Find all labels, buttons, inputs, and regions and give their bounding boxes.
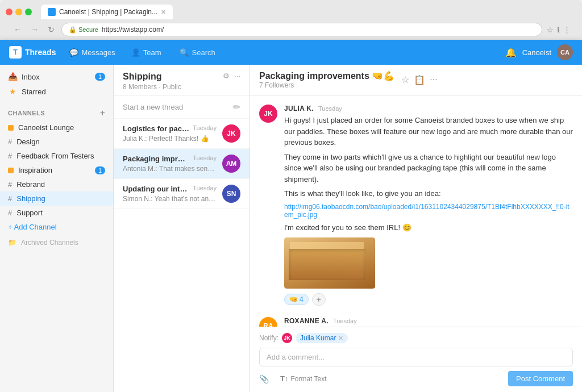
sidebar-item-support[interactable]: # Support xyxy=(0,206,113,220)
archive-icon: 📁 xyxy=(8,239,16,247)
thread-settings-icon[interactable]: ⚙ xyxy=(223,72,230,80)
thread-avatar-antonia: AM xyxy=(222,155,240,173)
add-reaction-button[interactable]: + xyxy=(312,293,326,306)
message-panel: Packaging improvements 🤜💪 7 Followers ☆ … xyxy=(250,65,582,392)
search-placeholder: Search xyxy=(192,48,215,57)
sidebar-item-feedback[interactable]: # Feedback From Testers xyxy=(0,149,113,163)
notify-tag-remove-button[interactable]: ✕ xyxy=(338,335,343,342)
reply-toolbar: 📎 T↑ Format Text Post Comment xyxy=(259,371,573,386)
channel-label-inspiration: Inspiration xyxy=(18,166,90,174)
thread-more-icon[interactable]: ··· xyxy=(234,72,240,80)
message-link[interactable]: http://img06.taobaocdn.com/bao/uploaded/… xyxy=(284,203,573,219)
notify-user-name: Julia Kumar xyxy=(300,334,336,342)
hash-icon: # xyxy=(8,152,12,160)
bookmark-icon[interactable]: 📋 xyxy=(414,74,425,85)
search-bar[interactable]: 🔍 Search xyxy=(173,45,222,60)
format-label: Format Text xyxy=(290,375,326,383)
brand: T Threads xyxy=(9,46,56,59)
thread-item-packaging[interactable]: Packaging improvements 🤜💪 Tuesday Antoni… xyxy=(114,149,250,179)
secure-badge: 🔒 Secure xyxy=(69,26,98,34)
new-thread-button[interactable]: Start a new thread ✏ xyxy=(114,96,250,119)
thread-title-row: Packaging improvements 🤜💪 Tuesday xyxy=(123,155,217,163)
nav-item-team[interactable]: 👤 Team xyxy=(124,45,168,60)
tab-favicon xyxy=(48,8,56,16)
channel-label-rebrand: Rebrand xyxy=(16,180,105,189)
star-thread-icon[interactable]: ☆ xyxy=(401,74,409,85)
post-comment-button[interactable]: Post Comment xyxy=(508,371,573,386)
channels-label: CHANNELS xyxy=(8,110,100,116)
messages-icon: 💬 xyxy=(69,48,78,57)
comment-input[interactable]: Add a comment... xyxy=(259,348,573,366)
thread-list: Shipping 8 Members · Public ⚙ ··· Start … xyxy=(114,65,250,392)
nav-item-messages[interactable]: 💬 Messages xyxy=(63,45,122,60)
menu-icon[interactable]: ⋮ xyxy=(563,26,571,34)
message-roxanne: RA ROXANNE A. Tuesday Yay! This is great… xyxy=(259,317,573,327)
tab-close-button[interactable]: ✕ xyxy=(161,9,166,16)
sidebar-item-shipping[interactable]: # Shipping xyxy=(0,191,113,206)
more-options-icon[interactable]: ··· xyxy=(430,74,437,85)
message-panel-header: Packaging improvements 🤜💪 7 Followers ☆ … xyxy=(250,65,582,95)
star-icon[interactable]: ☆ xyxy=(547,26,554,34)
tab-title: Canoeist | Shipping | Packagin... xyxy=(59,8,157,16)
forward-button[interactable]: → xyxy=(28,24,41,35)
hash-icon: # xyxy=(8,208,12,217)
message-author-row: ROXANNE A. Tuesday xyxy=(284,317,573,325)
thread-title: Packaging improvements 🤜💪 xyxy=(123,155,189,163)
notification-bell-icon[interactable]: 🔔 xyxy=(505,47,517,58)
comment-placeholder: Add a comment... xyxy=(267,353,325,361)
thread-list-actions: ⚙ ··· xyxy=(223,72,240,80)
notify-user-avatar: JK xyxy=(282,333,292,343)
thread-item-updating[interactable]: Updating our international shipping po..… xyxy=(114,179,250,209)
thread-info-updating: Updating our international shipping po..… xyxy=(123,185,217,203)
sidebar-item-inspiration[interactable]: Inspiration 1 xyxy=(0,163,113,177)
back-button[interactable]: ← xyxy=(11,24,24,35)
minimize-dot[interactable] xyxy=(15,9,22,15)
thread-item-logistics[interactable]: Logistics for packaging paddles Tuesday … xyxy=(114,119,250,149)
avatar-julia: JK xyxy=(259,105,277,123)
reaction-button[interactable]: 🤜 4 xyxy=(284,294,309,305)
channel-color-dot xyxy=(8,125,14,131)
message-author: JULIA K. xyxy=(284,105,314,112)
browser-tab[interactable]: Canoeist | Shipping | Packagin... ✕ xyxy=(41,5,173,19)
add-channel-icon[interactable]: + xyxy=(100,108,105,118)
add-channel-button[interactable]: + Add Channel xyxy=(0,220,113,234)
nav-right: 🔔 Canoeist CA xyxy=(505,44,573,60)
bar-actions: ☆ ℹ ⋮ xyxy=(547,26,571,34)
sidebar-item-rebrand[interactable]: # Rebrand xyxy=(0,177,113,191)
messages-label: Messages xyxy=(81,48,115,57)
messages-area: JK JULIA K. Tuesday Hi guys! I just plac… xyxy=(250,95,582,327)
close-dot[interactable] xyxy=(6,9,13,15)
user-avatar[interactable]: CA xyxy=(557,44,573,60)
archived-channels-item[interactable]: 📁 Archived Channels xyxy=(0,234,113,251)
thread-title-row: Updating our international shipping po..… xyxy=(123,185,217,193)
message-content-roxanne: ROXANNE A. Tuesday Yay! This is great ne… xyxy=(284,317,573,327)
window-controls xyxy=(6,9,32,15)
brand-icon-letter: T xyxy=(13,48,17,56)
thread-preview: Simon N.: Yeah that's not an episode I'd… xyxy=(123,195,217,203)
info-icon[interactable]: ℹ xyxy=(557,26,560,34)
thread-avatar-simon: SN xyxy=(222,185,240,203)
thread-preview: Antonia M.: That makes sense! I think th… xyxy=(123,165,217,173)
url-display: https://twistapp.com/ xyxy=(102,26,164,34)
sidebar-item-canoeist-lounge[interactable]: Canoeist Lounge xyxy=(0,120,113,135)
attach-file-icon[interactable]: 📎 xyxy=(259,374,269,383)
address-bar-container: ← → ↻ 🔒 Secure https://twistapp.com/ ☆ ℹ… xyxy=(6,19,576,40)
address-bar[interactable]: 🔒 Secure https://twistapp.com/ xyxy=(61,23,542,36)
header-actions: ☆ 📋 ··· xyxy=(401,74,437,85)
thread-list-header: Shipping 8 Members · Public ⚙ ··· xyxy=(114,65,250,96)
browser-chrome: Canoeist | Shipping | Packagin... ✕ ← → … xyxy=(0,0,582,40)
notify-tag[interactable]: Julia Kumar ✕ xyxy=(296,333,348,343)
maximize-dot[interactable] xyxy=(25,9,32,15)
compose-icon: ✏ xyxy=(233,102,240,112)
thread-preview: Julia K.: Perfect! Thanks! 👍 xyxy=(123,135,217,143)
sidebar-item-design[interactable]: # Design xyxy=(0,135,113,149)
refresh-button[interactable]: ↻ xyxy=(45,24,57,35)
sidebar-main-section: 📥 Inbox 1 ★ Starred xyxy=(0,65,113,103)
sidebar-item-starred[interactable]: ★ Starred xyxy=(0,84,113,99)
thread-channel-meta: 8 Members · Public xyxy=(123,83,181,91)
thread-title: Updating our international shipping po..… xyxy=(123,185,189,193)
sidebar-item-inbox[interactable]: 📥 Inbox 1 xyxy=(0,69,113,84)
format-text-button[interactable]: T↑ Format Text xyxy=(280,374,327,383)
message-content-julia: JULIA K. Tuesday Hi guys! I just placed … xyxy=(284,105,573,306)
message-author: ROXANNE A. xyxy=(284,317,329,325)
